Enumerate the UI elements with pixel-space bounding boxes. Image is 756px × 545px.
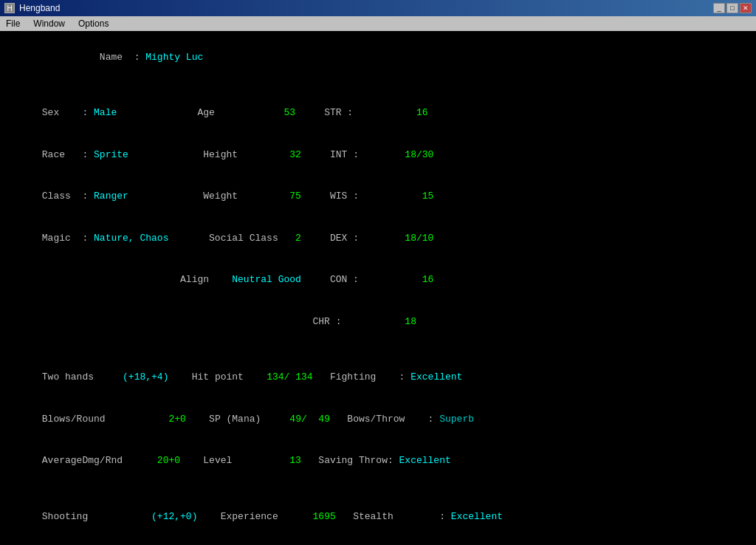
bows-label: Bows/Throw	[347, 414, 405, 425]
height-label: Height	[203, 149, 289, 160]
chr-label: CHR :	[312, 316, 341, 327]
con-label: CON :	[330, 274, 359, 285]
chr-value: 18	[405, 316, 416, 327]
row-mult-maxexp-perception: Multiplier x2.02 Max Exp 1695 Perception…	[7, 538, 749, 545]
row-sex-age-str: Sex : Male Age 53 STR : 16	[7, 92, 749, 134]
sex-value: Male	[94, 107, 117, 118]
level-value: 13	[289, 455, 301, 466]
row-blows-sp-bows: Blows/Round 2+0 SP (Mana) 49/ 49 Bows/Th…	[7, 399, 749, 441]
character-sheet: Name : Mighty Luc Sex : Male Age 53 STR …	[0, 31, 756, 545]
menu-file[interactable]: File	[3, 18, 23, 30]
window-controls: _ □ ✕	[713, 3, 752, 13]
blank1	[7, 79, 749, 93]
dex-label: DEX :	[330, 233, 359, 244]
shooting-value: (+12,+0)	[151, 511, 197, 522]
str-value: 16	[416, 107, 428, 118]
row-avgdmg-level-saving: AverageDmg/Rnd 20+0 Level 13 Saving Thro…	[7, 440, 749, 482]
class-label: Class :	[42, 191, 94, 202]
window-title: Hengband	[19, 3, 60, 13]
blank2	[7, 343, 749, 357]
two-hands-label: Two hands	[42, 371, 94, 383]
fighting-label: Fighting	[330, 371, 376, 383]
align-value: Neutral Good	[232, 274, 301, 285]
minimize-button[interactable]: _	[713, 3, 725, 13]
magic-label: Magic :	[42, 233, 94, 244]
maximize-button[interactable]: □	[726, 3, 738, 13]
stealth-value: Excellent	[451, 511, 503, 522]
exp-value: 1695	[313, 511, 336, 522]
character-name: Mighty Luc	[145, 52, 203, 63]
hp-value: 134/ 134	[267, 371, 312, 383]
menu-window[interactable]: Window	[30, 18, 68, 30]
level-label: Level	[203, 455, 232, 466]
saving-label: Saving Throw:	[318, 455, 393, 466]
shooting-label: Shooting	[42, 511, 88, 522]
magic-value: Nature, Chaos	[94, 233, 168, 244]
social-label: Social Class	[209, 233, 295, 244]
align-label: Align	[180, 274, 232, 285]
int-value: 18/30	[405, 149, 433, 160]
blows-value: 2+0	[168, 414, 185, 425]
app-icon: H	[4, 3, 15, 13]
dex-value: 18/10	[405, 233, 433, 244]
class-value: Ranger	[94, 191, 128, 202]
row-race-height-int: Race : Sprite Height 32 INT : 18/30	[7, 134, 749, 176]
sex-label: Sex :	[42, 107, 94, 118]
race-value: Sprite	[94, 149, 128, 160]
blows-label: Blows/Round	[42, 414, 106, 425]
row-shooting-exp-stealth: Shooting (+12,+0) Experience 1695 Stealt…	[7, 496, 749, 538]
con-value: 16	[422, 274, 434, 285]
stealth-label: Stealth	[353, 511, 394, 522]
menubar: File Window Options	[0, 16, 756, 31]
sp-value: 49/ 49	[289, 414, 330, 425]
social-value: 2	[295, 233, 301, 244]
bows-value: Superb	[439, 414, 474, 425]
race-label: Race :	[42, 149, 94, 160]
row-hands-hp-fighting: Two hands (+18,+4) Hit point 134/ 134 Fi…	[7, 357, 749, 399]
sp-label: SP (Mana)	[209, 414, 261, 425]
two-hands-value: (+18,+4)	[123, 371, 168, 383]
row-class-weight-wis: Class : Ranger Weight 75 WIS : 15	[7, 176, 749, 218]
height-value: 32	[289, 149, 301, 160]
age-value: 53	[284, 107, 296, 118]
hp-label: Hit point	[192, 371, 244, 383]
row-chr: CHR : 18	[7, 301, 749, 343]
weight-label: Weight	[203, 191, 289, 202]
app-window: H Hengband _ □ ✕ File Window Options Nam…	[0, 0, 756, 545]
menu-options[interactable]: Options	[75, 18, 111, 30]
row-magic-social-dex: Magic : Nature, Chaos Social Class 2 DEX…	[7, 218, 749, 260]
age-label: Age	[197, 107, 284, 118]
fighting-value: Excellent	[410, 371, 462, 383]
name-label: Name :	[42, 52, 145, 63]
wis-label: WIS :	[330, 191, 359, 202]
row-align-con: Align Neutral Good CON : 16	[7, 260, 749, 302]
avg-dmg-value: 20+0	[157, 455, 180, 466]
blank3	[7, 482, 749, 496]
avg-dmg-label: AverageDmg/Rnd	[42, 455, 123, 466]
titlebar: H Hengband _ □ ✕	[0, 0, 756, 16]
saving-value: Excellent	[399, 455, 451, 466]
str-label: STR :	[324, 107, 353, 118]
wis-value: 15	[422, 191, 434, 202]
name-line: Name : Mighty Luc	[7, 37, 749, 79]
close-button[interactable]: ✕	[740, 3, 752, 13]
weight-value: 75	[289, 191, 301, 202]
exp-label: Experience	[221, 511, 278, 522]
int-label: INT :	[330, 149, 359, 160]
